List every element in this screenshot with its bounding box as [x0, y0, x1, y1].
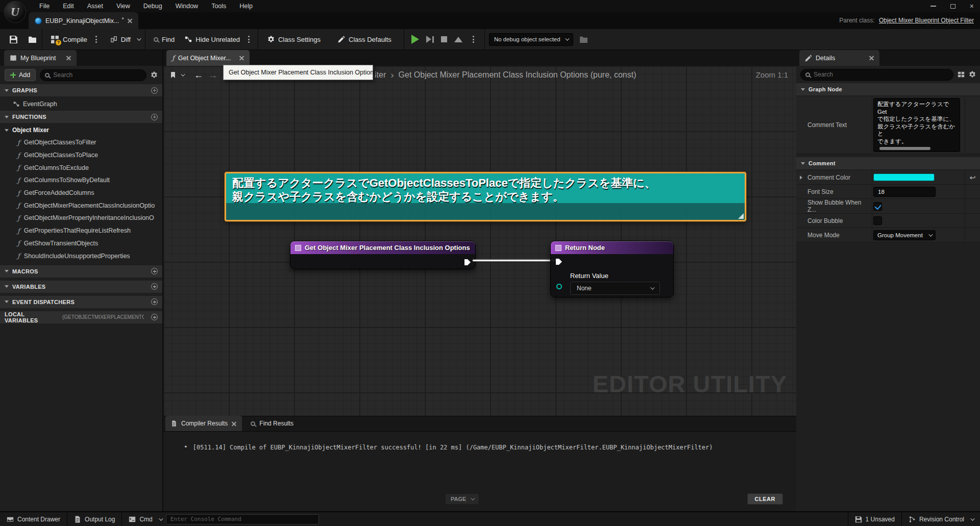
- function-item[interactable]: ƒGetColumnsToExclude: [0, 161, 162, 174]
- play-icon[interactable]: [411, 35, 419, 44]
- eventgraph-item[interactable]: EventGraph: [0, 97, 162, 111]
- comment-color-swatch[interactable]: [873, 173, 935, 181]
- close-icon[interactable]: ×: [970, 3, 974, 10]
- page-dropdown[interactable]: PAGE: [445, 493, 479, 505]
- show-bubble-checkbox[interactable]: [873, 202, 882, 211]
- resize-grip-icon[interactable]: [738, 213, 744, 219]
- comment-node-title[interactable]: 配置するアクタークラスでGetObjectClassesToPlaceで指定した…: [226, 173, 745, 203]
- menu-edit[interactable]: Edit: [56, 0, 81, 12]
- hide-unrelated-button[interactable]: Hide Unrelated: [180, 29, 245, 50]
- output-log-button[interactable]: Output Log: [67, 512, 121, 526]
- exec-input-pin[interactable]: [555, 258, 563, 266]
- menu-window[interactable]: Window: [169, 0, 205, 12]
- class-defaults-button[interactable]: Class Defaults: [333, 29, 397, 50]
- my-blueprint-tab[interactable]: My Blueprint: [4, 50, 77, 66]
- graph-node-section-header[interactable]: Graph Node: [796, 83, 980, 95]
- maximize-icon[interactable]: [950, 4, 955, 9]
- diff-button[interactable]: Diff: [105, 29, 145, 50]
- comment-section-header[interactable]: Comment: [796, 157, 980, 169]
- move-mode-dropdown[interactable]: Group Movement: [873, 230, 936, 240]
- menu-view[interactable]: View: [110, 0, 137, 12]
- compiler-results-tab[interactable]: Compiler Results: [165, 416, 242, 431]
- function-item[interactable]: ƒGetObjectMixerPlacementClassInclusionOp…: [0, 199, 162, 212]
- details-search[interactable]: [800, 69, 953, 81]
- browse-debug-object-button[interactable]: [577, 29, 590, 50]
- exec-wire[interactable]: [473, 260, 556, 261]
- menu-help[interactable]: Help: [233, 0, 259, 12]
- eject-icon[interactable]: [454, 37, 462, 42]
- graphs-section-header[interactable]: GRAPHS: [0, 84, 162, 96]
- add-button[interactable]: Add: [5, 69, 36, 81]
- console-command-field[interactable]: [166, 514, 319, 524]
- comment-node[interactable]: 配置するアクタークラスでGetObjectClassesToPlaceで指定した…: [225, 172, 746, 221]
- menu-file[interactable]: File: [33, 0, 56, 12]
- function-item[interactable]: ƒGetObjectMixerPropertyInheritanceInclus…: [0, 212, 162, 224]
- bookmark-icon[interactable]: [169, 71, 177, 79]
- play-options-kebab-icon[interactable]: [470, 34, 477, 45]
- return-value-pin[interactable]: [556, 284, 562, 289]
- function-entry-node-header[interactable]: Get Object Mixer Placement Class Inclusi…: [290, 241, 475, 254]
- my-blueprint-tab-close-icon[interactable]: [66, 56, 71, 60]
- function-item[interactable]: ƒShouldIncludeUnsupportedProperties: [0, 249, 162, 262]
- reset-to-default-icon[interactable]: ↩: [965, 170, 980, 184]
- function-item[interactable]: ƒGetShowTransientObjects: [0, 237, 162, 250]
- view-options-gear-icon[interactable]: [151, 71, 158, 79]
- comment-node-body[interactable]: [226, 203, 745, 220]
- graph-tab-close-icon[interactable]: [239, 56, 244, 60]
- color-bubble-checkbox[interactable]: [873, 216, 882, 225]
- category-object-mixer[interactable]: Object Mixer: [0, 124, 162, 136]
- compile-log-line[interactable]: • [0511.14] Compile of EUBP_KinnajiObjec…: [163, 432, 796, 451]
- function-item[interactable]: ƒGetColumnsToShowByDefault: [0, 174, 162, 187]
- details-tab[interactable]: Details: [799, 50, 879, 66]
- console-command-input[interactable]: [170, 516, 314, 522]
- menu-debug[interactable]: Debug: [137, 0, 169, 12]
- function-item[interactable]: ƒGetObjectClassesToFilter: [0, 136, 162, 149]
- add-graph-icon[interactable]: [151, 87, 158, 94]
- nav-back-icon[interactable]: ←: [194, 70, 203, 81]
- clear-button[interactable]: CLEAR: [747, 493, 783, 505]
- save-button[interactable]: [4, 29, 23, 50]
- frame-skip-icon[interactable]: [426, 36, 434, 43]
- cmd-dropdown[interactable]: Cmd: [122, 512, 162, 526]
- comment-text-field[interactable]: 配置するアクタークラスでGet で指定したクラスを基準に、 親クラスや子クラスを…: [873, 98, 960, 152]
- display-filter-icon[interactable]: [958, 71, 965, 78]
- parent-class-link[interactable]: Object Mixer Blueprint Object Filter: [879, 17, 974, 24]
- expand-triangle-icon[interactable]: [800, 176, 802, 180]
- chevron-down-icon[interactable]: [181, 72, 185, 76]
- find-button[interactable]: Find: [149, 29, 180, 50]
- asset-tab[interactable]: EUBP_KinnajiObjectMix... *: [29, 12, 138, 29]
- exec-output-pin[interactable]: [463, 258, 472, 266]
- settings-gear-icon[interactable]: [969, 71, 976, 78]
- my-blueprint-search-input[interactable]: [53, 71, 141, 79]
- function-item[interactable]: ƒGetForceAddedColumns: [0, 187, 162, 199]
- horizontal-scrollbar[interactable]: [879, 147, 930, 150]
- stop-icon[interactable]: [441, 36, 447, 42]
- compile-options-kebab-icon[interactable]: [92, 34, 100, 45]
- unsaved-button[interactable]: 1 Unsaved: [848, 512, 901, 526]
- event-dispatchers-section-header[interactable]: EVENT DISPATCHERS: [0, 296, 162, 308]
- add-function-icon[interactable]: [151, 114, 158, 120]
- details-tab-close-icon[interactable]: [869, 56, 874, 60]
- return-node[interactable]: Return Node Return Value None: [550, 241, 674, 297]
- revision-control-dropdown[interactable]: Revision Control: [902, 512, 980, 526]
- graph-tab[interactable]: ƒ Get Object Mixer...: [166, 50, 250, 66]
- browse-asset-button[interactable]: [23, 29, 42, 50]
- hide-unrelated-options-kebab-icon[interactable]: [245, 34, 253, 45]
- content-drawer-button[interactable]: Content Drawer: [0, 512, 67, 526]
- compile-button[interactable]: ? Compile: [45, 29, 92, 50]
- minimize-icon[interactable]: [930, 6, 936, 7]
- my-blueprint-search[interactable]: [40, 69, 146, 81]
- functions-section-header[interactable]: FUNCTIONS: [0, 111, 162, 123]
- add-local-variable-icon[interactable]: [151, 314, 158, 320]
- add-macro-icon[interactable]: [151, 268, 158, 274]
- function-entry-node[interactable]: Get Object Mixer Placement Class Inclusi…: [290, 241, 476, 269]
- font-size-input[interactable]: 18: [873, 187, 936, 197]
- local-variables-section-header[interactable]: LOCAL VARIABLES (GETOBJECTMIXERPLACEMENT…: [0, 311, 162, 323]
- add-variable-icon[interactable]: [151, 283, 158, 290]
- menu-tools[interactable]: Tools: [205, 0, 233, 12]
- compiler-results-close-icon[interactable]: [232, 421, 236, 426]
- menu-asset[interactable]: Asset: [81, 0, 110, 12]
- graph-canvas[interactable]: ← → lter › Get Object Mixer Placement Cl…: [163, 66, 796, 416]
- return-value-dropdown[interactable]: None: [570, 282, 660, 295]
- nav-forward-icon[interactable]: →: [208, 70, 217, 81]
